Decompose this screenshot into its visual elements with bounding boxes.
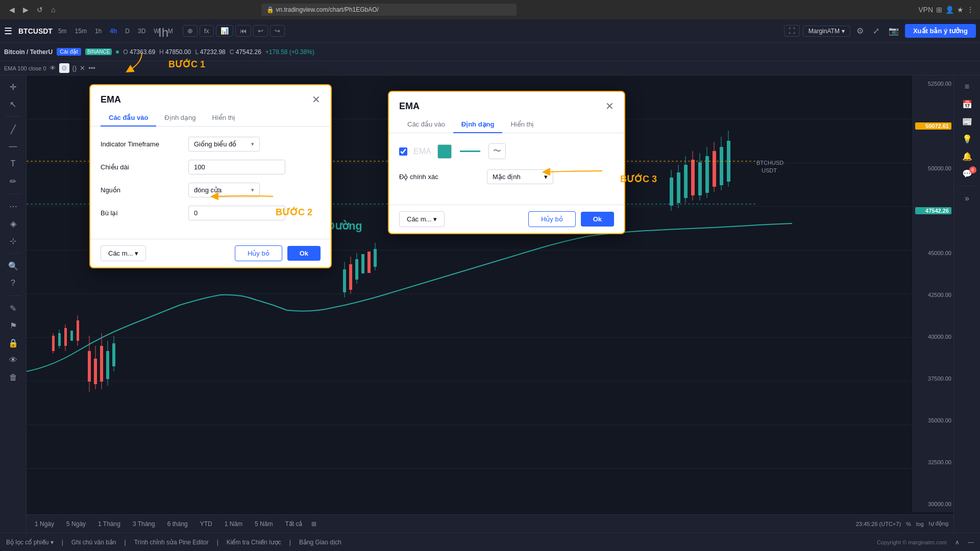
dialog1-tab-format[interactable]: Định dạng xyxy=(156,110,204,127)
tf-1h[interactable]: 1h xyxy=(92,26,104,36)
bar-tool[interactable]: 📊 xyxy=(216,25,233,37)
trading-panel-button[interactable]: Bảng Giao dịch xyxy=(299,539,341,546)
camera-button[interactable]: 📷 xyxy=(886,24,902,37)
dialog2-cancel-button[interactable]: Hủy bỏ xyxy=(528,211,576,227)
eye-icon[interactable]: 👁 xyxy=(50,64,56,72)
dialog1-close-button[interactable]: ✕ xyxy=(312,93,321,106)
period-5d[interactable]: 5 Ngày xyxy=(63,519,89,529)
replay-tool[interactable]: ⏮ xyxy=(235,25,251,37)
dialog2-tab-display[interactable]: Hiển thị xyxy=(502,116,542,133)
margin-atm-button[interactable]: MarginATM ▾ xyxy=(803,26,850,37)
dialog2-close-button[interactable]: ✕ xyxy=(605,100,614,112)
calendar-icon[interactable]: 📅 xyxy=(958,97,976,111)
refresh-button[interactable]: ↺ xyxy=(34,5,46,15)
horizontal-line-tool[interactable]: — xyxy=(4,139,22,154)
more-icon[interactable]: ⋮ xyxy=(967,6,974,14)
compare-icon[interactable]: ⊞ xyxy=(311,520,316,528)
publish-button[interactable]: Xuất bản ý tưởng xyxy=(905,24,976,38)
dialog2-tab-inputs[interactable]: Các đầu vào xyxy=(399,116,453,133)
chat-icon[interactable]: 💬9 xyxy=(958,166,976,181)
dialog1-tab-inputs[interactable]: Các đầu vào xyxy=(101,110,156,127)
crosshair-tool[interactable]: ⊕ xyxy=(183,25,198,37)
more-icon-indicator[interactable]: ••• xyxy=(88,64,95,72)
dialog2-more-button[interactable]: Các m... ▾ xyxy=(399,211,445,227)
tf-4h[interactable]: 4h xyxy=(107,26,119,36)
tf-D[interactable]: D xyxy=(122,26,132,36)
dialog2-tab-format[interactable]: Định dạng xyxy=(453,116,503,133)
forward-button[interactable]: ▶ xyxy=(20,5,32,15)
notes-button[interactable]: Ghi chú văn bản xyxy=(71,539,116,546)
dialog2-ok-button[interactable]: Ok xyxy=(581,212,614,227)
percent-toggle[interactable]: % xyxy=(906,521,911,527)
fibonacci-tool[interactable]: ⋯ xyxy=(4,199,22,213)
watchlist-icon[interactable]: ≡ xyxy=(958,80,976,94)
wave-button[interactable]: 〜 xyxy=(488,143,506,159)
timeframe-select[interactable]: Giống biểu đồ ▾ xyxy=(188,137,260,152)
chevron-up-icon-footer[interactable]: ∧ xyxy=(955,539,960,546)
ideas-icon[interactable]: 💡 xyxy=(958,132,976,146)
dialog1-cancel-button[interactable]: Hủy bỏ xyxy=(235,245,282,261)
magnet-tool[interactable]: ? xyxy=(4,276,22,290)
bookmark-icon[interactable]: ★ xyxy=(957,6,964,14)
period-all[interactable]: Tất cả xyxy=(282,519,305,529)
indicator-tool[interactable]: fx xyxy=(200,25,214,37)
flag-tool[interactable]: ⚑ xyxy=(4,318,22,333)
stock-filter-button[interactable]: Bộ lọc cổ phiếu ▾ xyxy=(6,539,54,546)
period-6m[interactable]: 6 tháng xyxy=(164,519,191,529)
ticker-label[interactable]: BTCUSDT xyxy=(18,27,53,35)
crosshair-tool-sidebar[interactable]: ✛ xyxy=(4,80,22,94)
profile-icon[interactable]: 👤 xyxy=(945,6,954,14)
pine-editor-button[interactable]: Trình chỉnh sửa Pine Editor xyxy=(134,539,209,546)
period-3m[interactable]: 3 Tháng xyxy=(130,519,158,529)
minimize-icon-footer[interactable]: — xyxy=(968,539,974,546)
close-icon-indicator[interactable]: ✕ xyxy=(80,64,85,72)
news-icon[interactable]: 📰 xyxy=(958,114,976,129)
period-1y[interactable]: 1 Năm xyxy=(222,519,246,529)
color-swatch[interactable] xyxy=(437,144,452,159)
eye-sidebar[interactable]: 👁 xyxy=(4,353,22,367)
text-tool[interactable]: T xyxy=(4,157,22,171)
settings-gear-button[interactable]: ⚙ xyxy=(853,24,867,37)
undo-tool[interactable]: ↩ xyxy=(253,25,268,37)
price-32500: 32500.00 xyxy=(915,459,951,465)
line-tool[interactable]: ╱ xyxy=(4,122,22,136)
lock-tool[interactable]: 🔒 xyxy=(4,336,22,350)
period-ytd[interactable]: YTD xyxy=(197,519,215,529)
tf-3D[interactable]: 3D xyxy=(135,26,148,36)
alert-icon[interactable]: 🔔 xyxy=(958,149,976,163)
period-1d[interactable]: 1 Ngày xyxy=(32,519,57,529)
gear-icon-indicator[interactable]: ⚙ xyxy=(59,63,69,73)
dialog1-tab-display[interactable]: Hiển thị xyxy=(204,110,244,127)
home-button[interactable]: ⌂ xyxy=(48,5,58,15)
collapse-right-icon[interactable]: » xyxy=(958,191,976,206)
svg-rect-34 xyxy=(361,254,364,273)
symbol-name: Bitcoin / TetherU xyxy=(4,48,53,56)
period-1m[interactable]: 1 Tháng xyxy=(95,519,124,529)
redo-tool[interactable]: ↪ xyxy=(270,25,285,37)
ema-checkbox[interactable] xyxy=(399,147,407,156)
tf-5m[interactable]: 5m xyxy=(56,26,69,36)
strategy-tester-button[interactable]: Kiểm tra Chiến lược xyxy=(227,539,281,546)
browser-url-bar[interactable]: 🔒 vn.tradingview.com/chart/Ph1EGbAO/ xyxy=(261,4,517,16)
pattern-tool[interactable]: ◈ xyxy=(4,216,22,231)
annotation-tool[interactable]: ✎ xyxy=(4,301,22,315)
brackets-icon[interactable]: {} xyxy=(72,64,77,72)
length-input[interactable] xyxy=(188,160,285,174)
dialog1-more-button[interactable]: Các m... ▾ xyxy=(101,245,146,261)
back-button[interactable]: ◀ xyxy=(6,5,18,15)
measure-tool[interactable]: ⊹ xyxy=(4,234,22,248)
log-toggle[interactable]: log xyxy=(916,521,924,527)
zoom-tool[interactable]: 🔍 xyxy=(4,259,22,273)
tf-15m[interactable]: 15m xyxy=(72,26,89,36)
hamburger-menu[interactable]: ☰ xyxy=(4,26,12,37)
period-5y[interactable]: 5 Năm xyxy=(252,519,276,529)
dialog1-ok-button[interactable]: Ok xyxy=(287,246,321,261)
fullscreen-toggle[interactable]: ⛶ xyxy=(784,25,800,37)
fullscreen-button[interactable]: ⤢ xyxy=(870,24,883,37)
cursor-tool[interactable]: ↖ xyxy=(4,97,22,111)
path-tool[interactable]: ✏ xyxy=(4,174,22,188)
step3-label: BƯỚC 3 xyxy=(620,173,657,185)
auto-toggle[interactable]: tự động xyxy=(929,520,948,527)
extensions-icon[interactable]: ⊞ xyxy=(936,6,942,14)
trash-tool[interactable]: 🗑 xyxy=(4,370,22,385)
